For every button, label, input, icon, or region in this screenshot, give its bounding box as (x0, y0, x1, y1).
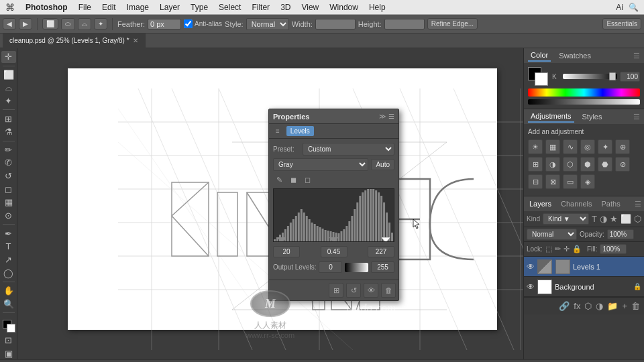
posterize-adj[interactable]: ⊟ (528, 174, 543, 189)
adj-panel-menu[interactable]: ☰ (633, 113, 640, 121)
photo-filter-adj[interactable]: ⬡ (563, 157, 578, 172)
menu-filter[interactable]: Filter (246, 0, 275, 15)
grayscale-bar[interactable] (528, 99, 640, 105)
lock-all-btn[interactable]: 🔒 (572, 245, 582, 253)
quick-mask-tool[interactable]: ⊡ (1, 335, 16, 347)
lock-position-btn[interactable]: ✛ (564, 245, 570, 253)
feather-input[interactable] (148, 19, 181, 29)
menu-photoshop[interactable]: Photoshop (20, 0, 73, 15)
burn-tool[interactable]: ⊙ (1, 210, 16, 222)
magic-wand-tool2[interactable]: ✦ (1, 95, 16, 107)
layer-item-background[interactable]: 👁 Background 🔒 (524, 277, 644, 297)
background-swatch[interactable] (535, 72, 548, 86)
tab-close-button[interactable]: ✕ (133, 34, 138, 48)
levels-adj[interactable]: ▦ (545, 139, 560, 154)
essentials-button[interactable]: Essentials (602, 18, 641, 29)
brush-tool[interactable]: ✏ (1, 143, 16, 156)
layers-menu[interactable]: ☰ (635, 200, 641, 208)
new-layer-btn[interactable]: + (622, 301, 627, 311)
layers-tab[interactable]: Layers (527, 198, 554, 209)
adjustments-tab[interactable]: Adjustments (528, 111, 574, 123)
lasso-tool[interactable]: ⌓ (78, 18, 91, 30)
eraser-tool[interactable]: ◻ (1, 183, 16, 195)
fill-input[interactable] (600, 244, 627, 254)
filter-icon[interactable]: T (592, 214, 597, 224)
delete-layer-btn[interactable]: 🗑 (631, 301, 640, 311)
channel-mixer-adj[interactable]: ⬢ (580, 157, 595, 172)
color-lookup-adj[interactable]: ⬣ (598, 157, 612, 172)
threshold-adj[interactable]: ⊠ (545, 174, 560, 189)
layer-kind-dropdown[interactable]: Kind ▼ (543, 213, 589, 225)
style-dropdown[interactable]: Normal (246, 18, 289, 30)
pen-tool[interactable]: ✒ (1, 227, 16, 239)
menu-file[interactable]: File (73, 0, 97, 15)
new-group-btn[interactable]: 📁 (607, 301, 618, 311)
zoom-tool[interactable]: 🔍 (1, 298, 16, 310)
document-tab[interactable]: cleanup.psd @ 25% (Levels 1, Gray/8) * ✕ (3, 34, 146, 48)
black-point-tool[interactable]: ◼ (287, 174, 299, 186)
menu-view[interactable]: View (296, 0, 324, 15)
menu-select[interactable]: Select (213, 0, 246, 15)
menu-edit[interactable]: Edit (97, 0, 121, 15)
color-panel-menu[interactable]: ☰ (633, 52, 640, 60)
swatches-tab[interactable]: Swatches (556, 50, 594, 61)
layer-item-levels[interactable]: 👁 Levels 1 (524, 257, 644, 277)
preset-dropdown[interactable]: Custom (303, 143, 394, 156)
hsl-adj[interactable]: ⊕ (615, 139, 630, 154)
filter-pixel-icon[interactable]: ⬜ (621, 214, 631, 224)
stamp-tool[interactable]: ✆ (1, 157, 16, 169)
nav-prev-button[interactable]: ◀ (3, 18, 16, 29)
height-input[interactable] (384, 19, 425, 29)
blend-mode-dropdown[interactable]: Normal (527, 229, 577, 240)
marquee-tool[interactable]: ⬜ (1, 68, 16, 80)
search-icon[interactable]: 🔍 (629, 3, 639, 12)
k-value-input[interactable] (620, 72, 640, 82)
magic-wand-tool[interactable]: ✦ (94, 18, 107, 29)
white-point-tool[interactable]: ◻ (301, 174, 313, 186)
filter-adj-icon[interactable]: ◑ (600, 214, 607, 224)
selective-color-adj[interactable]: ◈ (580, 174, 595, 189)
properties-mask-tab[interactable]: ≡ (272, 126, 284, 136)
rect-select-tool[interactable]: ⬜ (42, 18, 58, 29)
fg-bg-colors[interactable] (1, 318, 16, 330)
k-slider-thumb[interactable] (609, 72, 616, 80)
screen-mode-tool[interactable]: ▣ (1, 347, 16, 359)
antialias-checkbox[interactable] (184, 19, 193, 28)
lock-transparent-btn[interactable]: ⬚ (545, 245, 552, 253)
menu-layer[interactable]: Layer (154, 0, 185, 15)
k-slider-track[interactable] (563, 74, 617, 79)
eyedropper-tool[interactable]: ⚗ (1, 126, 16, 138)
auto-button[interactable]: Auto (371, 159, 394, 170)
bw-adj[interactable]: ◑ (545, 157, 560, 172)
channel-dropdown[interactable]: Gray (273, 158, 368, 171)
panel-menu-icon[interactable]: ☰ (388, 113, 394, 120)
history-tool[interactable]: ↺ (1, 170, 16, 182)
white-input[interactable] (368, 246, 394, 257)
color-tab[interactable]: Color (528, 50, 551, 62)
delete-btn[interactable]: 🗑 (381, 283, 396, 298)
move-tool[interactable]: ✛ (1, 51, 16, 63)
hand-tool[interactable]: ✋ (1, 285, 16, 297)
brightness-adj[interactable]: ☀ (528, 139, 543, 154)
crop-tool[interactable]: ⊞ (1, 113, 16, 125)
menu-window[interactable]: Window (324, 0, 364, 15)
styles-tab[interactable]: Styles (580, 111, 605, 122)
gradient-map-adj[interactable]: ▭ (563, 174, 578, 189)
fg-bg-swatches[interactable] (528, 67, 549, 86)
black-input[interactable] (273, 246, 300, 257)
menu-help[interactable]: Help (364, 0, 391, 15)
properties-levels-tab[interactable]: Levels (286, 126, 314, 136)
menu-type[interactable]: Type (185, 0, 213, 15)
menu-image[interactable]: Image (121, 0, 154, 15)
color-spectrum-bar[interactable] (528, 88, 640, 97)
type-tool[interactable]: T (1, 241, 16, 253)
sample-point-tool[interactable]: ✎ (273, 174, 285, 186)
filter-shape-icon[interactable]: ⬡ (634, 214, 641, 224)
invert-adj[interactable]: ⊘ (615, 157, 630, 172)
add-mask-btn[interactable]: ⬡ (584, 301, 592, 311)
menu-3d[interactable]: 3D (275, 0, 296, 15)
output-white-input[interactable] (371, 261, 394, 273)
layer-vis-bg[interactable]: 👁 (527, 282, 535, 292)
prev-state-btn[interactable]: ↺ (346, 283, 361, 298)
exposure-adj[interactable]: ◎ (580, 139, 595, 154)
